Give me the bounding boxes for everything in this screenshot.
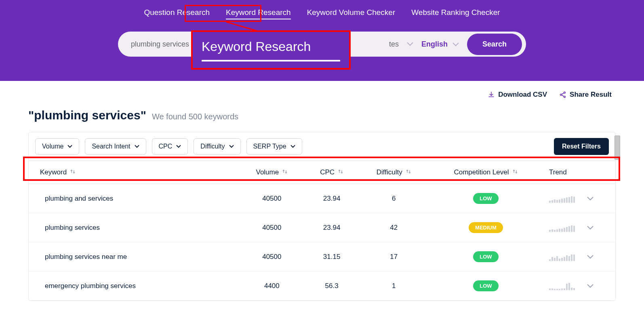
sort-icon bbox=[338, 168, 343, 176]
cell-volume: 40500 bbox=[239, 242, 305, 271]
table-row: plumbing services4050023.9442MEDIUM bbox=[29, 213, 615, 242]
nav-tab-0[interactable]: Question Research bbox=[144, 8, 210, 19]
cell-competition: LOW bbox=[429, 242, 543, 271]
table-body: plumbing and services4050023.946LOWplumb… bbox=[29, 184, 615, 301]
nav-tab-2[interactable]: Keyword Volume Checker bbox=[307, 8, 396, 19]
search-button[interactable]: Search bbox=[467, 34, 522, 55]
sort-icon bbox=[282, 168, 288, 176]
cell-keyword: plumbing services bbox=[29, 213, 239, 242]
chevron-down-icon bbox=[452, 40, 459, 49]
language-select[interactable]: English bbox=[421, 40, 459, 49]
table-row: plumbing and services4050023.946LOW bbox=[29, 184, 615, 213]
share-icon bbox=[559, 91, 566, 98]
cell-volume: 40500 bbox=[239, 213, 305, 242]
col-cpc[interactable]: CPC bbox=[305, 161, 359, 184]
expand-row-chevron[interactable] bbox=[587, 253, 593, 261]
svg-line-4 bbox=[562, 93, 564, 95]
col-difficulty[interactable]: Difficulty bbox=[359, 161, 429, 184]
cell-cpc: 56.3 bbox=[305, 271, 359, 301]
competition-badge: LOW bbox=[473, 280, 498, 291]
trend-sparkline bbox=[549, 195, 575, 203]
scrollbar[interactable] bbox=[615, 136, 620, 160]
cell-volume: 4400 bbox=[239, 271, 305, 301]
cell-trend bbox=[543, 213, 615, 242]
competition-badge: LOW bbox=[473, 193, 498, 204]
results-query: "plumbing services" bbox=[28, 108, 146, 122]
cell-difficulty: 6 bbox=[359, 184, 429, 213]
share-result-label: Share Result bbox=[570, 91, 612, 99]
results-table: Keyword Volume CPC Difficulty Competitio… bbox=[29, 161, 615, 301]
nav-tab-1[interactable]: Keyword Research bbox=[226, 8, 291, 19]
expand-row-chevron[interactable] bbox=[587, 195, 593, 203]
chevron-down-icon bbox=[67, 145, 72, 148]
cell-difficulty: 17 bbox=[359, 242, 429, 271]
filters-row: Volume Search Intent CPC Difficulty SERP… bbox=[29, 132, 615, 161]
competition-badge: LOW bbox=[473, 251, 498, 262]
table-row: plumbing services near me4050031.1517LOW bbox=[29, 242, 615, 271]
filter-search-intent-label: Search Intent bbox=[92, 143, 130, 150]
col-competition[interactable]: Competition Level bbox=[429, 161, 543, 184]
cell-competition: LOW bbox=[429, 184, 543, 213]
expand-row-chevron[interactable] bbox=[587, 224, 593, 232]
chevron-down-icon[interactable] bbox=[407, 40, 413, 48]
nav-tab-3[interactable]: Website Ranking Checker bbox=[411, 8, 500, 19]
sort-icon bbox=[70, 168, 76, 176]
col-volume[interactable]: Volume bbox=[239, 161, 305, 184]
actions-row: Download CSV Share Result bbox=[0, 81, 644, 108]
filter-volume-label: Volume bbox=[42, 143, 63, 150]
language-label: English bbox=[421, 40, 448, 49]
filter-cpc[interactable]: CPC bbox=[152, 138, 188, 155]
cell-trend bbox=[543, 184, 615, 213]
filter-serp-type-label: SERP Type bbox=[253, 143, 286, 150]
svg-line-5 bbox=[562, 95, 564, 97]
filter-volume[interactable]: Volume bbox=[35, 138, 79, 155]
chevron-down-icon bbox=[290, 145, 295, 148]
cell-keyword: emergency plumbing services bbox=[29, 271, 239, 301]
cell-volume: 40500 bbox=[239, 184, 305, 213]
filter-cpc-label: CPC bbox=[159, 143, 173, 150]
cell-cpc: 31.15 bbox=[305, 242, 359, 271]
cell-difficulty: 42 bbox=[359, 213, 429, 242]
cell-difficulty: 1 bbox=[359, 271, 429, 301]
download-csv-link[interactable]: Download CSV bbox=[488, 91, 547, 99]
cell-keyword: plumbing and services bbox=[29, 184, 239, 213]
col-keyword[interactable]: Keyword bbox=[29, 161, 239, 184]
sort-icon bbox=[406, 168, 411, 176]
table-row: emergency plumbing services440056.31LOW bbox=[29, 271, 615, 301]
competition-badge: MEDIUM bbox=[469, 222, 503, 233]
results-title: "plumbing services" We found 500 keyword… bbox=[0, 108, 644, 132]
trend-sparkline bbox=[549, 224, 575, 232]
share-result-link[interactable]: Share Result bbox=[559, 91, 612, 99]
country-visible-suffix: tes bbox=[389, 40, 399, 49]
nav-tabs: Question ResearchKeyword ResearchKeyword… bbox=[0, 8, 644, 19]
cell-keyword: plumbing services near me bbox=[29, 242, 239, 271]
cell-trend bbox=[543, 242, 615, 271]
reset-filters-button[interactable]: Reset Filters bbox=[554, 138, 609, 155]
cell-cpc: 23.94 bbox=[305, 184, 359, 213]
annotation-callout-title: Keyword Research bbox=[202, 39, 340, 62]
filter-difficulty[interactable]: Difficulty bbox=[194, 138, 240, 155]
col-trend: Trend bbox=[543, 161, 615, 184]
cell-competition: LOW bbox=[429, 271, 543, 301]
expand-row-chevron[interactable] bbox=[587, 282, 593, 290]
results-subtitle: We found 500 keywords bbox=[152, 112, 238, 121]
sort-icon bbox=[512, 168, 518, 176]
annotation-callout-box: Keyword Research bbox=[191, 30, 351, 70]
chevron-down-icon bbox=[135, 145, 139, 148]
cell-trend bbox=[543, 271, 615, 301]
cell-competition: MEDIUM bbox=[429, 213, 543, 242]
trend-sparkline bbox=[549, 282, 575, 290]
filter-difficulty-label: Difficulty bbox=[200, 143, 225, 150]
trend-sparkline bbox=[549, 253, 575, 261]
header: Question ResearchKeyword ResearchKeyword… bbox=[0, 0, 644, 81]
cell-cpc: 23.94 bbox=[305, 213, 359, 242]
filter-serp-type[interactable]: SERP Type bbox=[246, 138, 302, 155]
filter-search-intent[interactable]: Search Intent bbox=[85, 138, 146, 155]
table-container: Volume Search Intent CPC Difficulty SERP… bbox=[28, 132, 616, 301]
download-csv-label: Download CSV bbox=[498, 91, 547, 99]
chevron-down-icon bbox=[176, 145, 181, 148]
chevron-down-icon bbox=[229, 145, 234, 148]
download-icon bbox=[488, 91, 495, 98]
